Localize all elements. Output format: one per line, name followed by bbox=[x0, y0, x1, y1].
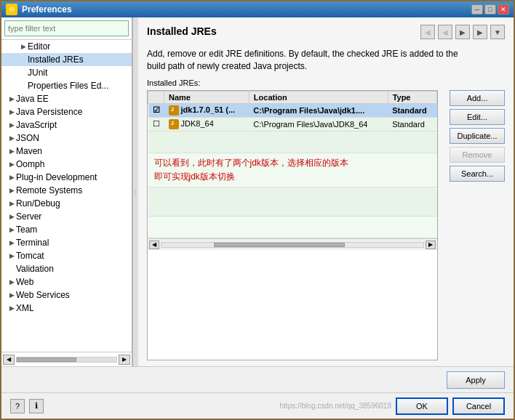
sidebar-item-label: JUnit bbox=[28, 68, 47, 78]
table-row[interactable]: ☐ JDK8_64 C:\Program Files\Java\JDK8_64 … bbox=[148, 117, 437, 131]
sidebar-item-team[interactable]: ▶ Team bbox=[1, 223, 132, 236]
sidebar-item-label: Editor bbox=[28, 41, 50, 52]
expand-arrow: ▶ bbox=[7, 278, 16, 286]
title-bar: ⚙ Preferences ─ □ ✕ bbox=[1, 1, 514, 17]
scroll-left-btn[interactable]: ◀ bbox=[149, 241, 159, 249]
edit-button[interactable]: Edit... bbox=[450, 109, 505, 125]
sidebar-item-label: Remote Systems bbox=[16, 185, 82, 195]
sidebar-bottom: ◀ ▶ bbox=[1, 352, 132, 366]
cancel-button[interactable]: Cancel bbox=[452, 397, 505, 415]
sidebar-scrollbar[interactable] bbox=[16, 357, 117, 363]
sidebar-item-maven[interactable]: ▶ Maven bbox=[1, 145, 132, 158]
sidebar-item-run-debug[interactable]: ▶ Run/Debug bbox=[1, 197, 132, 210]
sidebar-item-label: Java Persistence bbox=[16, 107, 82, 117]
expand-arrow: ▶ bbox=[7, 134, 16, 142]
duplicate-button[interactable]: Duplicate... bbox=[450, 128, 505, 144]
annotation-text: 可以看到，此时有了两个jdk版本，选择相应的版本 即可实现jdk版本切换 bbox=[154, 156, 431, 184]
tree-area: ▶ Editor Installed JREs JUnit Properties… bbox=[1, 40, 132, 352]
nav-forward-button[interactable]: ▶ bbox=[455, 25, 470, 39]
sidebar-item-label: JavaScript bbox=[16, 120, 57, 130]
sidebar-item-server[interactable]: ▶ Server bbox=[1, 210, 132, 223]
remove-button[interactable]: Remove bbox=[450, 147, 505, 163]
jre-table: Name Location Type ☑ jdk1 bbox=[148, 91, 437, 239]
sidebar-item-javascript[interactable]: ▶ JavaScript bbox=[1, 118, 132, 132]
description-line1: Add, remove or edit JRE definitions. By … bbox=[147, 49, 458, 59]
row-name: JDK8_64 bbox=[164, 117, 249, 131]
sidebar-item-web[interactable]: ▶ Web bbox=[1, 275, 132, 288]
close-button[interactable]: ✕ bbox=[498, 4, 509, 15]
sidebar-item-label: Properties Files Ed... bbox=[28, 81, 108, 91]
horizontal-scrollbar[interactable]: ◀ ▶ bbox=[148, 238, 437, 250]
sidebar-item-label: Tomcat bbox=[16, 251, 44, 261]
apply-bar: Apply bbox=[1, 366, 514, 392]
col-location[interactable]: Location bbox=[249, 91, 388, 103]
sidebar-item-plugin-dev[interactable]: ▶ Plug-in Development bbox=[1, 171, 132, 184]
row-checkbox[interactable]: ☐ bbox=[148, 117, 164, 131]
expand-arrow bbox=[19, 68, 28, 77]
sidebar-item-terminal[interactable]: ▶ Terminal bbox=[1, 236, 132, 249]
add-button[interactable]: Add... bbox=[450, 90, 505, 106]
info-button[interactable]: ℹ bbox=[29, 399, 44, 413]
expand-arrow: ▶ bbox=[7, 199, 16, 208]
sidebar-item-installed-jres[interactable]: Installed JREs bbox=[1, 53, 132, 66]
sidebar-item-validation[interactable]: Validation bbox=[1, 262, 132, 275]
expand-arrow: ▶ bbox=[7, 173, 16, 182]
expand-arrow: ▶ bbox=[7, 147, 16, 156]
expand-arrow: ▶ bbox=[7, 121, 16, 129]
sidebar-item-label: Plug-in Development bbox=[16, 172, 97, 182]
sidebar: ▶ Editor Installed JREs JUnit Properties… bbox=[1, 17, 132, 366]
nav-back2-button[interactable]: ◀ bbox=[438, 25, 452, 39]
sidebar-item-xml[interactable]: ▶ XML bbox=[1, 302, 132, 315]
expand-arrow bbox=[7, 264, 16, 273]
expand-arrow: ▶ bbox=[7, 238, 16, 247]
apply-button[interactable]: Apply bbox=[447, 371, 505, 389]
ok-button[interactable]: OK bbox=[396, 397, 448, 415]
footer-right: OK Cancel bbox=[396, 397, 505, 415]
sidebar-item-junit[interactable]: JUnit bbox=[1, 66, 132, 79]
nav-menu-button[interactable]: ▼ bbox=[490, 25, 505, 39]
scroll-right-btn[interactable]: ▶ bbox=[426, 241, 436, 249]
scroll-track[interactable] bbox=[161, 242, 424, 248]
col-type[interactable]: Type bbox=[388, 91, 436, 103]
expand-arrow: ▶ bbox=[7, 225, 16, 234]
scroll-thumb bbox=[214, 243, 345, 247]
sidebar-item-tomcat[interactable]: ▶ Tomcat bbox=[1, 249, 132, 262]
nav-forward2-button[interactable]: ▶ bbox=[473, 25, 487, 39]
sidebar-item-web-services[interactable]: ▶ Web Services bbox=[1, 288, 132, 302]
jre-table-container: Name Location Type ☑ jdk1 bbox=[147, 90, 438, 360]
sidebar-item-label: Oomph bbox=[16, 159, 44, 169]
sidebar-item-remote-systems[interactable]: ▶ Remote Systems bbox=[1, 184, 132, 197]
filter-input[interactable] bbox=[4, 20, 129, 36]
sidebar-item-editor[interactable]: ▶ Editor bbox=[1, 40, 132, 53]
table-scroll-area[interactable]: Name Location Type ☑ jdk1 bbox=[148, 91, 437, 239]
scroll-left-button[interactable]: ◀ bbox=[3, 355, 15, 365]
col-check[interactable] bbox=[148, 91, 164, 103]
table-row[interactable]: ☑ jdk1.7.0_51 (... C:\Program Files\Java… bbox=[148, 103, 437, 117]
col-name[interactable]: Name bbox=[164, 91, 249, 103]
search-button[interactable]: Search... bbox=[450, 166, 505, 182]
nav-back-button[interactable]: ◀ bbox=[420, 25, 435, 39]
scroll-right-button[interactable]: ▶ bbox=[119, 355, 130, 365]
expand-arrow: ▶ bbox=[7, 251, 16, 260]
sidebar-item-label: Java EE bbox=[16, 94, 49, 104]
table-row bbox=[148, 131, 437, 153]
main-content: ▶ Editor Installed JREs JUnit Properties… bbox=[1, 17, 514, 366]
sidebar-item-properties[interactable]: Properties Files Ed... bbox=[1, 79, 132, 92]
maximize-button[interactable]: □ bbox=[484, 4, 496, 15]
minimize-button[interactable]: ─ bbox=[471, 4, 483, 15]
resize-handle[interactable]: ⋮ bbox=[132, 17, 138, 366]
sidebar-scroll-thumb bbox=[17, 358, 76, 362]
sidebar-item-label: Server bbox=[16, 211, 41, 222]
footer-left: ? ℹ bbox=[10, 399, 44, 413]
sidebar-item-java-ee[interactable]: ▶ Java EE bbox=[1, 92, 132, 105]
row-checkbox[interactable]: ☑ bbox=[148, 103, 164, 117]
expand-arrow: ▶ bbox=[7, 291, 16, 299]
sidebar-item-oomph[interactable]: ▶ Oomph bbox=[1, 158, 132, 171]
help-button[interactable]: ? bbox=[10, 399, 25, 413]
table-wrapper: Name Location Type ☑ jdk1 bbox=[147, 90, 438, 360]
preferences-window: ⚙ Preferences ─ □ ✕ ▶ Editor Installed J… bbox=[0, 0, 515, 420]
sidebar-item-java-persistence[interactable]: ▶ Java Persistence bbox=[1, 105, 132, 118]
sidebar-item-label: Installed JREs bbox=[28, 54, 84, 65]
window-controls: ─ □ ✕ bbox=[471, 4, 509, 15]
sidebar-item-json[interactable]: ▶ JSON bbox=[1, 132, 132, 145]
